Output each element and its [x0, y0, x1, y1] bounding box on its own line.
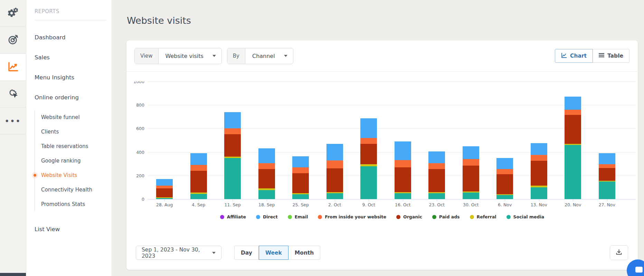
bar-segment-from-inside-your-website[interactable] [190, 165, 207, 171]
stacked-bar-30-oct[interactable] [463, 146, 479, 199]
bar-segment-direct[interactable] [531, 143, 547, 155]
bar-segment-direct[interactable] [156, 179, 173, 186]
bar-segment-organic[interactable] [258, 169, 275, 188]
bar-segment-direct[interactable] [395, 141, 411, 160]
rail-item-goals[interactable] [0, 27, 26, 54]
bar-segment-social-media[interactable] [395, 193, 411, 199]
sidebar-item-list-view[interactable]: List View [35, 226, 112, 233]
rail-item-more[interactable]: ••• [0, 108, 26, 135]
sidebar-item-sales[interactable]: Sales [35, 54, 112, 61]
legend-item-from-inside-your-website[interactable]: From inside your website [318, 214, 386, 219]
bar-segment-organic[interactable] [360, 144, 377, 165]
bar-segment-social-media[interactable] [326, 193, 343, 199]
bar-segment-from-inside-your-website[interactable] [496, 169, 513, 174]
bar-segment-direct[interactable] [463, 146, 479, 159]
bar-segment-from-inside-your-website[interactable] [428, 163, 445, 169]
bar-segment-social-media[interactable] [599, 181, 615, 199]
bar-segment-organic[interactable] [224, 134, 241, 157]
sidebar-item-dashboard[interactable]: Dashboard [35, 34, 112, 41]
stacked-bar-9-oct[interactable] [360, 118, 377, 199]
stacked-bar-4-sep[interactable] [190, 153, 207, 199]
day-granularity-button[interactable]: Day [234, 246, 259, 260]
rail-item-settings[interactable] [0, 0, 26, 27]
month-granularity-button[interactable]: Month [288, 246, 321, 260]
stacked-bar-25-sep[interactable] [292, 156, 309, 199]
legend-item-email[interactable]: Email [288, 214, 308, 219]
sidebar-subitem-clients[interactable]: Clients [41, 125, 112, 139]
bar-segment-social-media[interactable] [496, 195, 513, 199]
bar-segment-from-inside-your-website[interactable] [565, 110, 581, 115]
bar-segment-from-inside-your-website[interactable] [258, 163, 275, 169]
stacked-bar-23-oct[interactable] [428, 151, 445, 199]
sidebar-subitem-website-visits[interactable]: Website Visits [41, 168, 112, 183]
bar-segment-organic[interactable] [395, 167, 411, 192]
bar-segment-from-inside-your-website[interactable] [599, 164, 615, 168]
bar-segment-organic[interactable] [531, 161, 547, 186]
bar-segment-direct[interactable] [599, 153, 615, 164]
legend-item-referral[interactable]: Referral [470, 214, 496, 219]
bar-segment-social-media[interactable] [190, 194, 207, 199]
bar-segment-from-inside-your-website[interactable] [156, 186, 173, 189]
date-range-select[interactable]: Sep 1, 2023 - Nov 30, 2023 [136, 246, 221, 260]
bar-segment-direct[interactable] [224, 112, 241, 129]
sidebar-subitem-website-funnel[interactable]: Website funnel [41, 110, 112, 125]
table-view-button[interactable]: Table [593, 49, 629, 63]
bar-segment-organic[interactable] [428, 169, 445, 192]
bar-segment-from-inside-your-website[interactable] [463, 159, 479, 166]
bar-segment-social-media[interactable] [565, 145, 581, 199]
bar-segment-from-inside-your-website[interactable] [292, 167, 309, 173]
rail-item-automation[interactable] [0, 81, 26, 108]
bar-segment-organic[interactable] [190, 171, 207, 193]
stacked-bar-16-oct[interactable] [395, 141, 411, 199]
sidebar-item-menu-insights[interactable]: Menu Insights [35, 74, 112, 81]
bar-segment-organic[interactable] [292, 173, 309, 193]
sidebar-subitem-promotions-stats[interactable]: Promotions Stats [41, 197, 112, 211]
stacked-bar-11-sep[interactable] [224, 112, 241, 199]
bar-segment-from-inside-your-website[interactable] [326, 160, 343, 169]
chart-view-button[interactable]: Chart [555, 49, 593, 63]
bar-segment-direct[interactable] [326, 144, 343, 160]
legend-item-paid-ads[interactable]: Paid ads [432, 214, 460, 219]
bar-segment-organic[interactable] [565, 115, 581, 144]
bar-segment-organic[interactable] [496, 174, 513, 194]
view-select[interactable]: View Website visits [134, 48, 222, 64]
bar-segment-from-inside-your-website[interactable] [224, 128, 241, 134]
legend-item-affiliate[interactable]: Affiliate [220, 214, 246, 219]
bar-segment-from-inside-your-website[interactable] [360, 138, 377, 144]
bar-segment-organic[interactable] [463, 166, 479, 191]
legend-item-organic[interactable]: Organic [396, 214, 422, 219]
bar-segment-direct[interactable] [428, 151, 445, 163]
bar-segment-social-media[interactable] [463, 193, 479, 199]
bar-segment-social-media[interactable] [224, 158, 241, 199]
bar-segment-organic[interactable] [156, 188, 173, 197]
bar-segment-direct[interactable] [190, 153, 207, 165]
by-select[interactable]: By Channel [227, 48, 293, 64]
bar-segment-direct[interactable] [565, 97, 581, 110]
bar-segment-direct[interactable] [258, 148, 275, 163]
bar-segment-direct[interactable] [496, 158, 513, 169]
week-granularity-button[interactable]: Week [259, 246, 288, 260]
stacked-bar-27-nov[interactable] [599, 153, 615, 199]
bar-segment-social-media[interactable] [360, 166, 377, 199]
sidebar-item-online-ordering[interactable]: Online ordering [35, 94, 112, 101]
bar-segment-organic[interactable] [326, 168, 343, 192]
legend-item-social-media[interactable]: Social media [506, 214, 544, 219]
bar-segment-direct[interactable] [292, 156, 309, 167]
stacked-bar-18-sep[interactable] [258, 148, 275, 199]
bar-segment-from-inside-your-website[interactable] [395, 160, 411, 167]
bar-segment-direct[interactable] [360, 118, 377, 138]
legend-item-direct[interactable]: Direct [256, 214, 278, 219]
stacked-bar-6-nov[interactable] [496, 158, 513, 199]
stacked-bar-20-nov[interactable] [565, 97, 581, 199]
bar-segment-social-media[interactable] [292, 194, 309, 199]
stacked-bar-13-nov[interactable] [531, 143, 547, 199]
bar-segment-social-media[interactable] [428, 193, 445, 199]
bar-segment-from-inside-your-website[interactable] [531, 155, 547, 161]
stacked-bar-28-aug[interactable] [156, 179, 173, 199]
stacked-bar-2-oct[interactable] [326, 144, 343, 199]
bar-segment-social-media[interactable] [258, 190, 275, 199]
sidebar-subitem-connectivity-health[interactable]: Connectivity Health [41, 183, 112, 197]
bar-segment-social-media[interactable] [531, 187, 547, 199]
download-button[interactable] [610, 245, 628, 260]
rail-item-reports[interactable] [0, 54, 26, 81]
